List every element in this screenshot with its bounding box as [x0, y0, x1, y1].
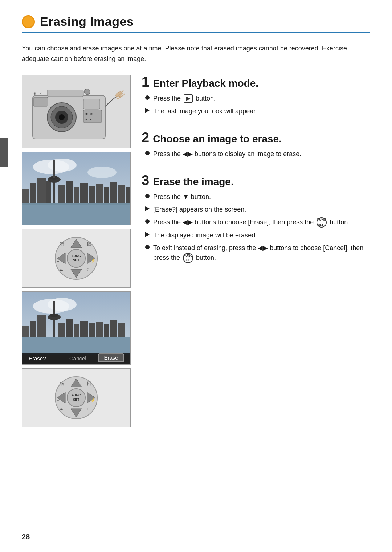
bullet-icon [145, 194, 150, 198]
svg-rect-59 [22, 326, 29, 337]
image-cityscape-erase: Erase? Cancel Erase [22, 291, 131, 365]
svg-point-8 [84, 89, 90, 95]
svg-rect-22 [22, 189, 29, 203]
svg-text:▲: ▲ [56, 398, 60, 402]
svg-rect-7 [47, 90, 83, 97]
svg-text:宿: 宿 [60, 381, 64, 386]
image-dial-2: FUNC SET 宿 回 ⛰ ☾ ▲ ⚡ [22, 368, 131, 427]
svg-rect-30 [58, 185, 65, 203]
step-3-header: 3 Erase the image. [142, 173, 370, 188]
image-camera: 省 ビ ◉ ◉ ● ● [22, 75, 131, 148]
svg-rect-37 [110, 182, 117, 203]
arrow-icon [145, 232, 150, 237]
svg-rect-29 [53, 160, 55, 178]
svg-text:⛰: ⛰ [59, 407, 63, 411]
svg-point-57 [48, 298, 77, 311]
svg-text:回: 回 [87, 242, 91, 247]
svg-rect-70 [96, 322, 103, 337]
image-cityscape-1 [22, 152, 131, 225]
bullet-icon [145, 151, 150, 155]
arrow-icon [145, 108, 150, 113]
camera-illustration: 省 ビ ◉ ◉ ● ● [22, 75, 130, 148]
playback-button-icon: ▶ [184, 94, 193, 103]
arrow-icon [145, 206, 150, 211]
svg-rect-36 [104, 187, 109, 203]
svg-text:⛰: ⛰ [59, 267, 63, 272]
dial-illustration-1: FUNC SET 宿 回 ⛰ ☾ ▲ ⚡ [22, 229, 130, 287]
step-3-item-3: Press the ◀▶ buttons to choose [Erase], … [145, 217, 370, 228]
svg-rect-73 [118, 323, 125, 337]
bullet-icon [145, 219, 150, 224]
svg-rect-40 [22, 203, 130, 205]
step-2-item-1: Press the ◀▶ buttons to display an image… [145, 149, 370, 159]
step-3-item-1-text: Press the ▼ button. [153, 192, 370, 202]
step-1-item-1: Press the ▶ button. [145, 94, 370, 103]
svg-rect-35 [96, 184, 103, 203]
svg-text:◉: ◉ [85, 112, 88, 115]
svg-rect-31 [66, 181, 73, 203]
intro-text: You can choose and erase images one at a… [22, 43, 370, 64]
step-3-item-2: [Erase?] appears on the screen. [145, 205, 370, 214]
svg-text:ビ: ビ [39, 92, 43, 95]
bullet-icon [145, 95, 150, 100]
step-2-items: Press the ◀▶ buttons to display an image… [142, 149, 370, 159]
func-set-button-icon: FUNCSET [317, 217, 327, 228]
svg-text:回: 回 [87, 381, 91, 386]
step-2-number: 2 [142, 131, 149, 144]
step-3-item-4-text: The displayed image will be erased. [153, 230, 370, 240]
svg-rect-34 [89, 186, 95, 203]
svg-rect-65 [58, 323, 65, 337]
step-2-title: Choose an image to erase. [153, 133, 282, 145]
svg-text:⚡: ⚡ [91, 398, 95, 402]
cityscape-photo-1 [22, 152, 130, 225]
svg-rect-66 [66, 319, 73, 337]
svg-text:◉: ◉ [90, 112, 93, 115]
svg-rect-21 [22, 203, 130, 225]
svg-point-20 [87, 167, 117, 178]
svg-text:省: 省 [33, 92, 37, 95]
svg-point-4 [59, 114, 65, 120]
images-column: 省 ビ ◉ ◉ ● ● [22, 75, 131, 427]
svg-text:●: ● [90, 118, 92, 121]
step-1-item-2-text: The last image you took will appear. [153, 106, 370, 116]
svg-text:▲: ▲ [56, 259, 60, 263]
svg-text:SET: SET [73, 398, 79, 401]
svg-point-19 [48, 159, 77, 172]
svg-rect-39 [126, 187, 130, 203]
step-1-header: 1 Enter Playback mode. [142, 75, 370, 89]
image-dial-1: FUNC SET 宿 回 ⛰ ☾ ▲ ⚡ [22, 229, 131, 288]
svg-rect-71 [104, 324, 109, 337]
svg-text:Erase: Erase [104, 355, 118, 361]
step-1-item-1-text: Press the ▶ button. [153, 94, 370, 103]
svg-rect-68 [80, 321, 88, 337]
cityscape-photo-2: Erase? Cancel Erase [22, 292, 130, 364]
page-number: 28 [22, 533, 30, 541]
step-3-number: 3 [142, 173, 149, 187]
svg-rect-33 [80, 183, 88, 203]
step-1-title: Enter Playback mode. [153, 78, 258, 89]
step-2-header: 2 Choose an image to erase. [142, 131, 370, 145]
svg-rect-58 [22, 337, 130, 355]
svg-text:FUNC: FUNC [72, 393, 81, 397]
step-3-item-5: To exit instead of erasing, press the ◀▶… [145, 243, 370, 263]
dial-illustration-2: FUNC SET 宿 回 ⛰ ☾ ▲ ⚡ [22, 369, 130, 427]
step-1-item-2: The last image you took will appear. [145, 106, 370, 116]
svg-rect-67 [74, 324, 79, 337]
step-1-number: 1 [142, 75, 149, 89]
svg-text:宿: 宿 [60, 242, 64, 247]
step-3: 3 Erase the image. Press the ▼ button. [… [142, 173, 370, 263]
svg-text:Cancel: Cancel [69, 355, 86, 361]
svg-rect-6 [33, 97, 48, 106]
main-layout: 省 ビ ◉ ◉ ● ● [22, 75, 370, 427]
step-1: 1 Enter Playback mode. Press the ▶ butto… [142, 75, 370, 116]
step-3-item-3-text: Press the ◀▶ buttons to choose [Erase], … [153, 217, 370, 228]
svg-rect-25 [46, 181, 51, 203]
svg-text:FUNC: FUNC [72, 254, 81, 258]
svg-rect-69 [89, 323, 95, 337]
svg-rect-61 [37, 315, 46, 337]
svg-text:☾: ☾ [86, 407, 90, 411]
page-header: Erasing Images [22, 15, 370, 33]
step-1-items: Press the ▶ button. The last image you t… [142, 94, 370, 116]
svg-rect-32 [74, 187, 79, 203]
svg-rect-24 [37, 178, 46, 203]
